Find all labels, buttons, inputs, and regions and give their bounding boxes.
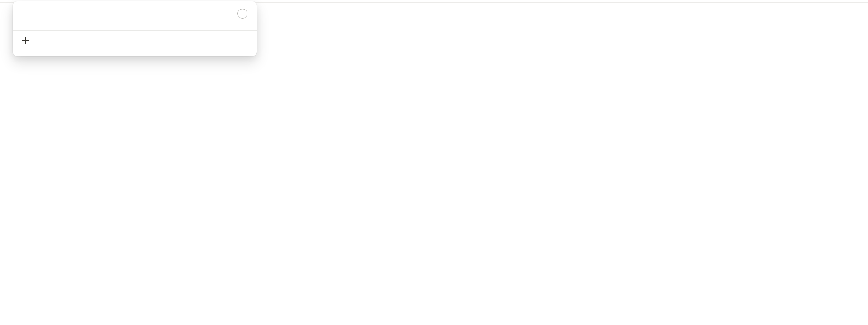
add-view-button[interactable] [13, 31, 257, 53]
plus-icon [21, 36, 30, 47]
help-icon[interactable] [237, 9, 247, 19]
views-popup-header [13, 1, 257, 26]
screen [0, 0, 868, 325]
views-list [13, 26, 257, 30]
views-popup [13, 1, 257, 56]
